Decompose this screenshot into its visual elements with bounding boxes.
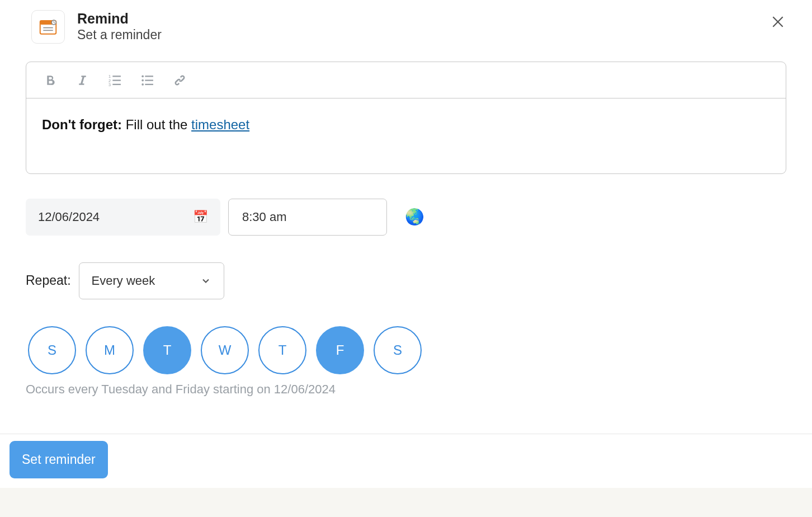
- editor-toolbar: 1 2 3: [26, 62, 786, 98]
- day-toggle-5[interactable]: F: [316, 326, 364, 374]
- close-button[interactable]: [769, 13, 786, 30]
- svg-text:3: 3: [108, 82, 111, 87]
- dialog-title: Remind: [77, 10, 757, 27]
- chevron-down-icon: [200, 275, 211, 286]
- recurrence-summary: Occurs every Tuesday and Friday starting…: [26, 382, 786, 397]
- app-icon: [31, 10, 65, 44]
- footer-divider: [0, 434, 812, 434]
- day-toggle-2[interactable]: T: [143, 326, 191, 374]
- link-button[interactable]: [172, 72, 187, 88]
- svg-point-14: [141, 79, 144, 81]
- date-picker[interactable]: 12/06/2024 📅: [26, 199, 220, 236]
- bullet-list-button[interactable]: [139, 72, 155, 88]
- day-toggle-3[interactable]: W: [201, 326, 249, 374]
- time-input[interactable]: 8:30 am: [228, 199, 387, 236]
- content-body: Fill out the: [122, 117, 191, 132]
- italic-button[interactable]: [74, 72, 90, 88]
- dialog-subtitle: Set a reminder: [77, 27, 757, 44]
- bottom-strip: [0, 488, 812, 517]
- editor-container: 1 2 3 Don't forget: Fill out the timeshe…: [26, 62, 786, 174]
- set-reminder-button[interactable]: Set reminder: [10, 441, 108, 478]
- weekday-selector: SMTWTFS: [28, 326, 786, 374]
- content-link[interactable]: timesheet: [191, 117, 249, 132]
- svg-rect-10: [112, 76, 121, 77]
- time-value: 8:30 am: [242, 210, 287, 224]
- editor-content[interactable]: Don't forget: Fill out the timesheet: [26, 98, 786, 173]
- calendar-icon: 📅: [193, 210, 208, 224]
- day-toggle-6[interactable]: S: [374, 326, 422, 374]
- svg-rect-17: [145, 79, 153, 81]
- day-toggle-1[interactable]: M: [86, 326, 134, 374]
- svg-rect-16: [145, 76, 153, 77]
- date-value: 12/06/2024: [38, 210, 100, 224]
- day-toggle-0[interactable]: S: [28, 326, 76, 374]
- content-lead: Don't forget:: [42, 117, 122, 132]
- svg-point-13: [141, 75, 144, 77]
- day-toggle-4[interactable]: T: [258, 326, 306, 374]
- repeat-select[interactable]: Every week: [79, 262, 224, 299]
- svg-point-15: [141, 83, 144, 86]
- repeat-label: Repeat:: [26, 273, 71, 288]
- svg-rect-18: [145, 83, 153, 84]
- svg-rect-11: [112, 79, 121, 81]
- timezone-button[interactable]: 🌏: [405, 208, 424, 226]
- ordered-list-button[interactable]: 1 2 3: [107, 72, 122, 88]
- svg-rect-12: [112, 83, 121, 84]
- repeat-value: Every week: [92, 274, 155, 288]
- bold-button[interactable]: [42, 72, 58, 88]
